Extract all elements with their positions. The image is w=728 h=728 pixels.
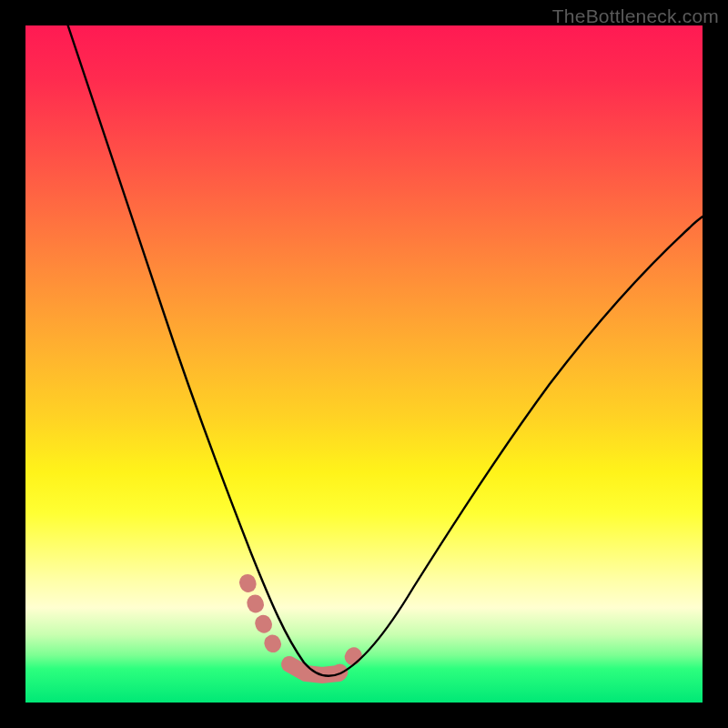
bottleneck-curve-line [66, 25, 703, 676]
plot-area [25, 25, 703, 703]
accent-dots-left [248, 582, 273, 644]
chart-frame: TheBottleneck.com [0, 0, 728, 728]
curve-svg [25, 25, 703, 703]
watermark-text: TheBottleneck.com [552, 5, 719, 27]
